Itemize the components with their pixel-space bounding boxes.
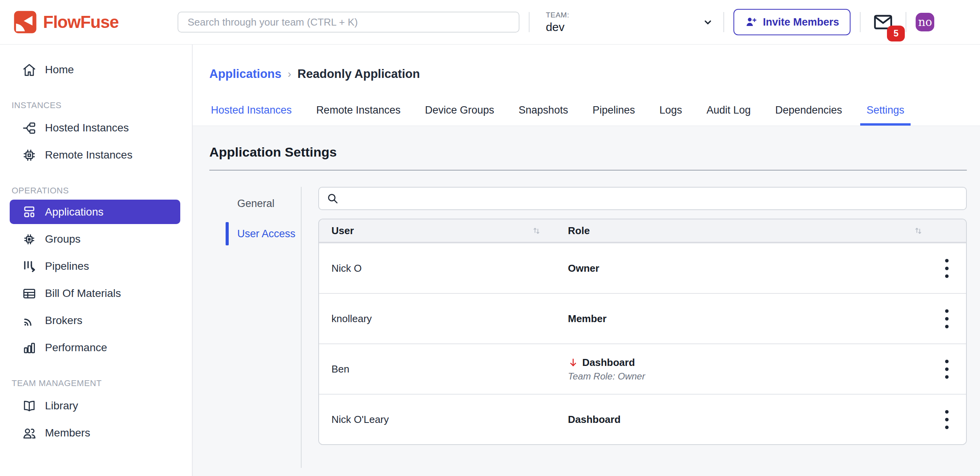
main-content: Applications › Readonly Application Host… — [193, 45, 980, 476]
invite-members-label: Invite Members — [763, 16, 839, 28]
subnav-item-general[interactable]: General — [209, 188, 301, 219]
sort-icon[interactable] — [531, 226, 542, 236]
user-plus-icon — [745, 16, 757, 28]
team-label: TEAM: — [546, 11, 569, 19]
row-actions-kebab-icon[interactable] — [936, 305, 958, 332]
sidebar-item-library[interactable]: Library — [0, 392, 192, 419]
sidebar-item-groups[interactable]: Groups — [0, 226, 192, 253]
user-role: Dashboard — [559, 414, 927, 426]
flowfuse-logo-text: FlowFuse — [43, 12, 119, 32]
tab-dependencies[interactable]: Dependencies — [774, 101, 844, 126]
tab-settings[interactable]: Settings — [865, 101, 906, 126]
column-header-role: Role — [568, 225, 590, 237]
tab-snapshots[interactable]: Snapshots — [517, 101, 570, 126]
column-header-user: User — [331, 225, 354, 237]
pipelines-icon — [22, 259, 36, 274]
sidebar-item-label: Members — [45, 427, 90, 439]
tab-device-groups[interactable]: Device Groups — [423, 101, 496, 126]
table-row: Ben Dashboard Team Role: Owner — [319, 343, 966, 394]
chevron-down-icon — [702, 16, 714, 28]
user-search-input[interactable] — [345, 188, 959, 209]
row-actions-kebab-icon[interactable] — [936, 255, 958, 282]
brokers-icon — [22, 314, 36, 328]
header-divider — [723, 12, 724, 32]
row-actions-kebab-icon[interactable] — [936, 355, 958, 383]
user-role: Member — [559, 313, 927, 325]
sidebar-item-applications[interactable]: Applications — [10, 200, 180, 224]
remote-instances-icon — [22, 148, 36, 162]
breadcrumb: Applications › Readonly Application — [209, 67, 980, 81]
home-icon — [22, 63, 36, 77]
sidebar-item-members[interactable]: Members — [0, 419, 192, 447]
settings-subnav: General User Access — [209, 187, 302, 468]
team-name: dev — [546, 21, 569, 34]
breadcrumb-separator-icon: › — [288, 68, 291, 80]
members-icon — [22, 426, 36, 440]
search-icon — [326, 192, 339, 205]
title-divider — [209, 170, 967, 171]
sort-icon[interactable] — [913, 226, 923, 236]
sidebar-item-label: Hosted Instances — [45, 122, 129, 134]
flowfuse-logo-icon — [14, 10, 37, 34]
top-bar: FlowFuse TEAM: dev Invite Members — [0, 0, 980, 45]
page-title: Application Settings — [209, 145, 967, 160]
performance-icon — [22, 341, 36, 355]
sidebar-item-pipelines[interactable]: Pipelines — [0, 253, 192, 280]
header-divider — [860, 12, 861, 32]
user-search-box — [318, 187, 967, 210]
groups-icon — [22, 232, 36, 247]
sidebar-item-hosted-instances[interactable]: Hosted Instances — [0, 114, 192, 141]
invite-members-button[interactable]: Invite Members — [733, 9, 851, 35]
tab-audit-log[interactable]: Audit Log — [705, 101, 752, 126]
page-header-area: Applications › Readonly Application Host… — [193, 45, 980, 126]
header-divider — [906, 12, 906, 32]
subnav-item-user-access[interactable]: User Access — [209, 219, 301, 249]
table-row: knolleary Member — [319, 293, 966, 343]
team-role-note: Team Role: Owner — [568, 371, 927, 382]
sidebar-section-instances: INSTANCES — [12, 100, 192, 110]
sidebar-item-label: Brokers — [45, 314, 82, 327]
sidebar-item-label: Bill Of Materials — [45, 287, 121, 300]
tab-logs[interactable]: Logs — [658, 101, 684, 126]
tab-pipelines[interactable]: Pipelines — [591, 101, 637, 126]
bill-of-materials-icon — [22, 286, 36, 301]
table-header-row: User Role — [319, 219, 966, 243]
table-row: Nick O'Leary Dashboard — [319, 394, 966, 444]
sidebar: Home INSTANCES Hosted Instances Remote I… — [0, 45, 193, 476]
user-name: Nick O'Leary — [319, 414, 559, 426]
applications-icon — [22, 205, 36, 219]
sidebar-item-brokers[interactable]: Brokers — [0, 307, 192, 334]
sidebar-section-operations: OPERATIONS — [12, 186, 192, 196]
sidebar-item-label: Remote Instances — [45, 149, 133, 161]
breadcrumb-applications-link[interactable]: Applications — [209, 67, 281, 81]
sidebar-item-remote-instances[interactable]: Remote Instances — [0, 141, 192, 169]
sidebar-item-label: Applications — [45, 206, 104, 218]
notifications-button[interactable]: 5 — [872, 11, 894, 33]
sidebar-item-bill-of-materials[interactable]: Bill Of Materials — [0, 280, 192, 307]
global-search-input[interactable] — [178, 12, 519, 33]
sidebar-item-label: Performance — [45, 341, 107, 354]
user-role: Dashboard — [582, 357, 635, 369]
role-downgrade-arrow-icon — [568, 357, 578, 368]
sidebar-item-label: Library — [45, 400, 78, 412]
user-access-panel: User Role — [302, 187, 967, 445]
sidebar-item-performance[interactable]: Performance — [0, 334, 192, 361]
user-access-table: User Role — [318, 219, 967, 445]
user-avatar[interactable]: no — [916, 13, 934, 31]
user-name: Ben — [319, 363, 559, 375]
tab-remote-instances[interactable]: Remote Instances — [315, 101, 402, 126]
user-name: knolleary — [319, 313, 559, 325]
sidebar-section-team-management: TEAM MANAGEMENT — [12, 378, 192, 388]
header-divider — [529, 12, 530, 32]
tab-hosted-instances[interactable]: Hosted Instances — [209, 101, 293, 126]
sidebar-item-label: Groups — [45, 233, 81, 245]
row-actions-kebab-icon[interactable] — [936, 406, 958, 433]
flowfuse-logo[interactable]: FlowFuse — [14, 10, 119, 34]
breadcrumb-current: Readonly Application — [297, 67, 420, 81]
library-icon — [22, 399, 36, 413]
settings-area: Application Settings General User Access — [193, 126, 980, 476]
application-tabs: Hosted Instances Remote Instances Device… — [209, 101, 980, 126]
team-selector[interactable]: TEAM: dev — [539, 11, 714, 34]
sidebar-item-home[interactable]: Home — [0, 56, 192, 83]
sidebar-item-label: Pipelines — [45, 260, 89, 272]
